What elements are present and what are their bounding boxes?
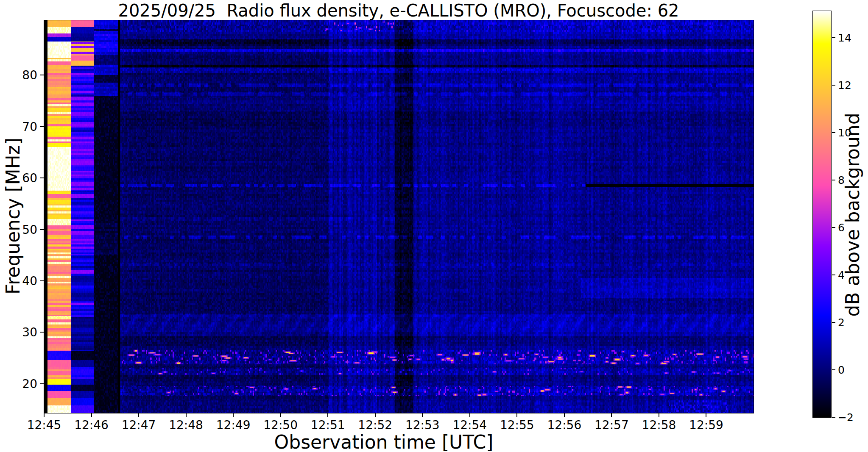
x-tick-label: 12:58 [642, 418, 676, 432]
x-tick-mark [233, 413, 234, 417]
x-tick-mark [469, 413, 470, 417]
y-tick-mark [40, 332, 44, 333]
y-tick-label: 80 [22, 68, 37, 82]
x-tick-label: 12:59 [689, 418, 723, 432]
x-tick-label: 12:52 [358, 418, 392, 432]
colorbar-tick-mark [832, 85, 835, 86]
x-tick-label: 12:55 [500, 418, 534, 432]
colorbar-tick-mark [832, 37, 835, 38]
y-tick-label: 60 [22, 171, 37, 185]
x-tick-mark [422, 413, 423, 417]
x-tick-label: 12:57 [594, 418, 629, 432]
x-tick-mark [186, 413, 187, 417]
y-tick-mark [40, 126, 44, 127]
x-axis-label: Observation time [UTC] [274, 431, 494, 452]
colorbar-tick-mark [832, 322, 835, 323]
x-tick-mark [706, 413, 706, 417]
x-tick-label: 12:46 [74, 418, 109, 432]
y-tick-mark [40, 229, 44, 230]
y-axis-label: Frequency [MHz] [2, 138, 24, 294]
figure: 2025/09/25 Radio flux density, e-CALLIST… [0, 0, 868, 452]
y-tick-mark [40, 383, 44, 384]
spectrogram-image [44, 20, 754, 413]
x-tick-label: 12:49 [216, 418, 251, 432]
colorbar-tick-mark [832, 369, 835, 370]
x-tick-label: 12:53 [405, 418, 440, 432]
x-tick-mark [91, 413, 92, 417]
x-tick-label: 12:54 [452, 418, 487, 432]
x-tick-mark [280, 413, 281, 417]
colorbar-tick-mark [832, 180, 835, 180]
colorbar-tick-label: 8 [838, 174, 845, 186]
colorbar-tick-label: 12 [838, 79, 851, 92]
x-tick-mark [516, 413, 517, 417]
y-tick-mark [40, 75, 44, 75]
colorbar-tick-label: 6 [838, 222, 845, 234]
y-tick-label: 40 [22, 274, 37, 288]
colorbar-label: dB above background [842, 113, 863, 316]
y-tick-label: 50 [22, 222, 37, 236]
colorbar-tick-label: 14 [838, 32, 851, 44]
colorbar-tick-mark [832, 132, 835, 133]
x-tick-mark [44, 413, 45, 417]
colorbar-tick-mark [832, 275, 835, 275]
x-tick-label: 12:50 [263, 418, 298, 432]
x-tick-mark [327, 413, 328, 417]
x-tick-mark [659, 413, 659, 417]
y-tick-mark [40, 177, 44, 178]
colorbar-tick-label: 4 [838, 269, 845, 281]
colorbar-tick-mark [832, 417, 835, 418]
x-tick-label: 12:56 [547, 418, 582, 432]
x-tick-label: 12:51 [311, 418, 345, 432]
x-tick-label: 12:45 [27, 418, 61, 432]
chart-title: 2025/09/25 Radio flux density, e-CALLIST… [118, 1, 679, 20]
x-tick-mark [138, 413, 139, 417]
x-tick-mark [375, 413, 376, 417]
y-tick-mark [40, 280, 44, 281]
x-tick-label: 12:47 [122, 418, 156, 432]
y-tick-label: 70 [22, 119, 37, 133]
colorbar-tick-mark [832, 227, 835, 228]
colorbar-tick-label: 10 [838, 127, 851, 139]
x-tick-label: 12:48 [169, 418, 203, 432]
x-tick-mark [564, 413, 565, 417]
y-tick-label: 30 [22, 325, 37, 339]
x-tick-mark [611, 413, 612, 417]
colorbar-tick-label: 0 [838, 364, 845, 376]
colorbar-tick-label: −2 [838, 411, 854, 424]
y-tick-label: 20 [22, 377, 37, 391]
colorbar-gradient [813, 11, 831, 417]
colorbar-tick-label: 2 [838, 316, 845, 329]
